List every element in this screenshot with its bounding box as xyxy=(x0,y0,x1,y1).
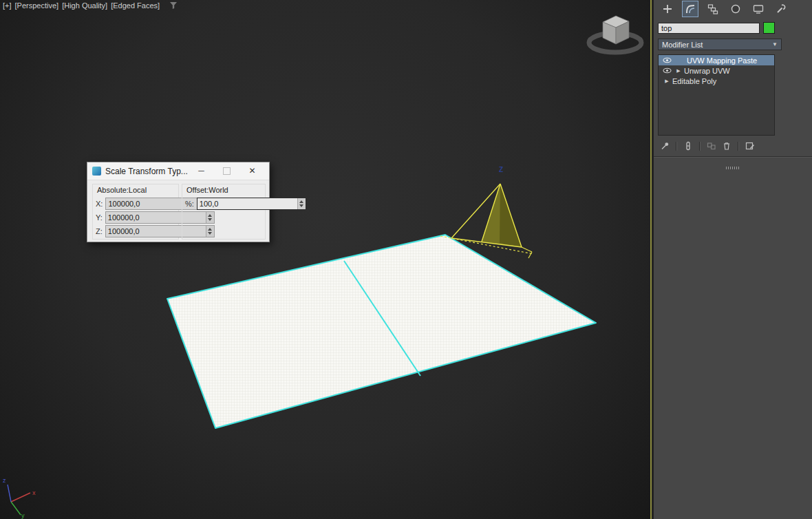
modifier-label: Editable Poly xyxy=(672,77,716,85)
wrench-icon xyxy=(776,3,787,14)
object-name-input[interactable] xyxy=(658,23,760,34)
modify-icon xyxy=(685,3,696,14)
create-tab[interactable] xyxy=(659,1,676,17)
viewport-quality-menu[interactable]: [High Quality] xyxy=(62,1,107,10)
viewport-shading-menu[interactable]: [Edged Faces] xyxy=(111,1,160,10)
gizmo-z-axis-label: Z xyxy=(499,166,503,173)
expand-arrow-icon[interactable]: ▶ xyxy=(674,68,683,74)
percent-value-input[interactable] xyxy=(197,198,297,209)
dialog-titlebar[interactable]: Scale Transform Typ... ─ ✕ xyxy=(87,162,269,180)
percent-spinner[interactable] xyxy=(297,198,306,209)
plane-object[interactable] xyxy=(167,235,596,428)
toolbar-separator xyxy=(738,142,739,151)
scale-dialog-icon xyxy=(92,167,101,176)
plane-wireframe xyxy=(167,235,596,428)
object-name-row xyxy=(654,18,812,36)
hierarchy-icon xyxy=(707,3,718,14)
absolute-local-group: Absolute:Local X: Y: Z: xyxy=(92,184,179,240)
tripod-y-label: y xyxy=(21,512,25,519)
pin-stack-button[interactable] xyxy=(659,140,671,151)
create-plus-icon xyxy=(662,3,673,14)
toolbar-separator xyxy=(699,142,701,151)
remove-modifier-button[interactable] xyxy=(720,140,733,151)
pin-icon xyxy=(660,141,670,151)
utilities-tab[interactable] xyxy=(773,1,789,17)
modifier-label: Unwrap UVW xyxy=(684,67,730,75)
viewcube[interactable] xyxy=(585,7,647,62)
viewport-pov-menu[interactable]: [Perspective] xyxy=(15,1,59,10)
viewport-general-menu[interactable]: [+] xyxy=(3,1,12,10)
absolute-local-label: Absolute:Local xyxy=(97,186,147,194)
show-end-result-icon xyxy=(683,141,693,151)
dialog-title: Scale Transform Typ... xyxy=(105,167,189,176)
configure-modifier-sets-button[interactable] xyxy=(744,140,756,151)
make-unique-button[interactable] xyxy=(705,140,718,151)
selection-filter-icon[interactable] xyxy=(169,1,178,10)
close-button[interactable]: ✕ xyxy=(239,162,265,180)
expand-arrow-icon[interactable]: ▶ xyxy=(663,78,671,84)
motion-icon xyxy=(730,3,741,14)
toolbar-separator xyxy=(676,142,677,151)
axis-tripod-icon: x y z xyxy=(3,477,36,519)
perspective-viewport[interactable]: [+] [Perspective] [High Quality] [Edged … xyxy=(0,0,650,519)
command-panel-tabs xyxy=(654,0,812,18)
viewport-label-bar: [+] [Perspective] [High Quality] [Edged … xyxy=(3,1,178,10)
configure-sets-icon xyxy=(745,141,755,151)
rollout-drag-handle[interactable] xyxy=(726,167,740,169)
tripod-x-label: x xyxy=(32,489,36,496)
tripod-z-label: z xyxy=(3,477,6,484)
object-color-swatch[interactable] xyxy=(763,22,775,34)
visibility-eye-icon[interactable] xyxy=(663,57,672,63)
hierarchy-tab[interactable] xyxy=(705,1,721,17)
display-monitor-icon xyxy=(753,3,764,14)
maximize-icon xyxy=(223,167,231,175)
modifier-row-editable-poly[interactable]: ▶ Editable Poly xyxy=(659,76,774,86)
modifier-stack[interactable]: UVW Mapping Paste ▶ Unwrap UVW ▶ Editabl… xyxy=(658,54,775,136)
modifier-row-uvw-mapping-paste[interactable]: UVW Mapping Paste xyxy=(659,55,774,65)
modifier-stack-toolbar xyxy=(659,140,774,151)
modifier-list-label: Modifier List xyxy=(662,41,703,49)
modifier-row-unwrap-uvw[interactable]: ▶ Unwrap UVW xyxy=(659,65,774,76)
motion-tab[interactable] xyxy=(727,1,744,17)
command-panel: Modifier List ▼ UVW Mapping Paste ▶ Unwr… xyxy=(654,0,812,519)
visibility-eye-icon[interactable] xyxy=(663,67,672,74)
3dsmax-app: [+] [Perspective] [High Quality] [Edged … xyxy=(0,0,812,519)
modify-tab[interactable] xyxy=(682,1,698,17)
show-end-result-button[interactable] xyxy=(682,140,694,151)
make-unique-icon xyxy=(707,141,716,151)
maximize-button[interactable] xyxy=(214,162,239,180)
percent-label: %: xyxy=(185,200,194,208)
modifier-list-dropdown[interactable]: Modifier List ▼ xyxy=(658,39,782,50)
x-label: X: xyxy=(96,200,103,208)
display-tab[interactable] xyxy=(750,1,767,17)
scene-canvas[interactable]: Z x y z xyxy=(0,0,650,519)
z-label: Z: xyxy=(96,227,103,235)
percent-spinner-field[interactable] xyxy=(197,198,306,210)
chevron-down-icon: ▼ xyxy=(772,41,778,47)
y-label: Y: xyxy=(96,213,103,222)
modifier-label: UVW Mapping Paste xyxy=(687,56,757,65)
offset-world-label: Offset:World xyxy=(186,186,228,194)
panel-divider xyxy=(654,156,812,158)
scale-transform-dialog: Scale Transform Typ... ─ ✕ Absolute:Loca… xyxy=(87,162,270,242)
trash-icon xyxy=(722,141,731,151)
minimize-button[interactable]: ─ xyxy=(189,162,214,180)
dialog-body: Absolute:Local X: Y: Z: xyxy=(87,180,269,241)
offset-world-group: Offset:World %: xyxy=(182,184,266,240)
